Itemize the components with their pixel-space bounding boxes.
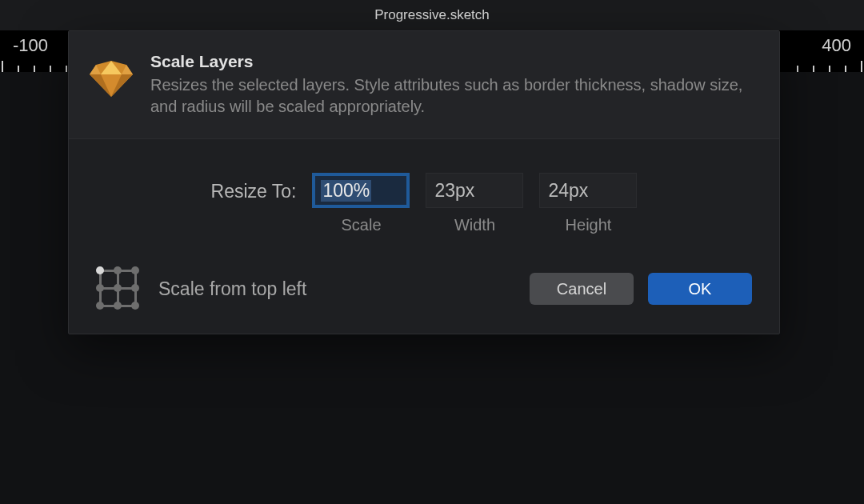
scale-anchor-picker[interactable] <box>96 266 141 311</box>
scale-sublabel: Scale <box>341 216 381 234</box>
height-field-group: 24px Height <box>539 173 637 234</box>
scale-input-value: 100% <box>321 180 371 202</box>
dialog-body: Resize To: 100% Scale 23px Width 24px He… <box>69 139 779 334</box>
window-titlebar: Progressive.sketch <box>0 0 864 30</box>
height-sublabel: Height <box>566 216 612 234</box>
scale-field-group: 100% Scale <box>312 173 410 234</box>
width-field-group: 23px Width <box>426 173 523 234</box>
height-input-value: 24px <box>548 180 588 202</box>
height-input[interactable]: 24px <box>539 173 637 208</box>
scale-input[interactable]: 100% <box>312 173 410 208</box>
sketch-app-icon <box>90 57 133 100</box>
resize-row: Resize To: 100% Scale 23px Width 24px He… <box>93 173 755 234</box>
ruler-label-right: 400 <box>822 35 851 56</box>
dialog-footer: Scale from top left Cancel OK <box>93 262 755 314</box>
width-input[interactable]: 23px <box>426 173 523 208</box>
dialog-header: Scale Layers Resizes the selected layers… <box>69 31 779 139</box>
resize-to-label: Resize To: <box>211 173 297 202</box>
ok-button[interactable]: OK <box>648 273 752 305</box>
dialog-buttons: Cancel OK <box>530 273 752 305</box>
scale-layers-dialog: Scale Layers Resizes the selected layers… <box>68 30 780 334</box>
dialog-header-text: Scale Layers Resizes the selected layers… <box>150 52 755 118</box>
anchor-label: Scale from top left <box>158 278 306 300</box>
width-input-value: 23px <box>434 180 474 202</box>
dialog-title: Scale Layers <box>150 52 755 71</box>
cancel-button[interactable]: Cancel <box>530 273 634 305</box>
anchor-group: Scale from top left <box>96 266 306 311</box>
width-sublabel: Width <box>454 216 495 234</box>
ruler-label-left: -100 <box>13 35 48 56</box>
window-title: Progressive.sketch <box>374 7 490 23</box>
dialog-description: Resizes the selected layers. Style attri… <box>150 74 755 118</box>
